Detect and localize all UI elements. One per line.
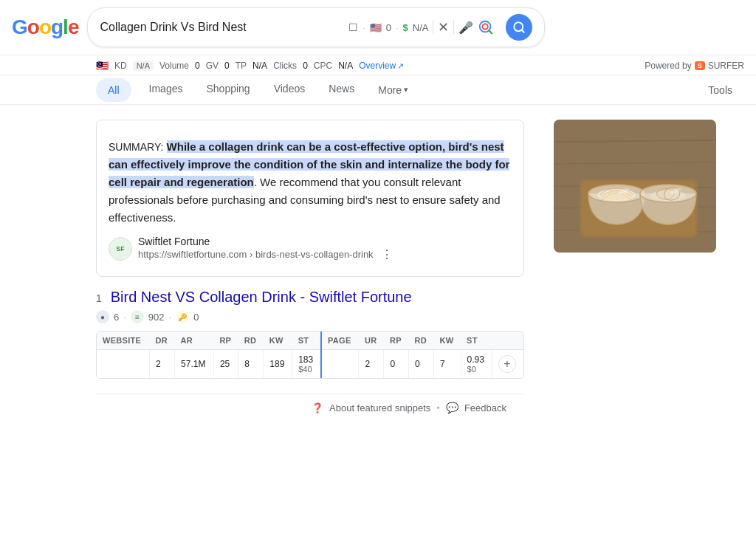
- source-logo: SF: [109, 237, 132, 261]
- tab-more[interactable]: More ▾: [366, 77, 420, 103]
- divider: [433, 20, 433, 35]
- country-code: KD: [114, 61, 127, 71]
- svg-point-1: [483, 24, 488, 29]
- tab-news[interactable]: News: [317, 75, 366, 104]
- dot-separator-1: ·: [123, 312, 126, 323]
- col-rd: RD: [238, 332, 264, 350]
- seo-data-table: WEBSITE DR AR RP RD KW ST PAGE UR RP RD …: [96, 331, 524, 379]
- summary-label: SUMMARY:: [109, 141, 163, 153]
- data-table: WEBSITE DR AR RP RD KW ST PAGE UR RP RD …: [97, 332, 523, 378]
- question-icon: ❓: [312, 402, 323, 413]
- divider2: [453, 20, 454, 35]
- footer-separator: •: [436, 402, 440, 413]
- col-page: PAGE: [321, 332, 359, 350]
- dot-separator-2: ·: [169, 312, 172, 323]
- tab-tools[interactable]: Tools: [696, 77, 744, 103]
- cell-ur: 2: [359, 350, 384, 379]
- search-input[interactable]: Collagen Drink Vs Bird Nest: [100, 21, 343, 34]
- cell-page: [321, 350, 359, 379]
- seo-bar: 🇲🇾 KD N/A Volume 0 GV 0 TP N/A Clicks 0 …: [0, 55, 756, 75]
- cpc-label: CPC: [314, 61, 332, 71]
- clicks-label: Clicks: [273, 61, 297, 71]
- source-url: https://swiftletfortune.com › birds-nest…: [138, 249, 374, 260]
- snippet-text: SUMMARY: While a collagen drink can be a…: [109, 138, 512, 227]
- featured-snippet: SUMMARY: While a collagen drink can be a…: [96, 120, 524, 277]
- chevron-down-icon: ▾: [404, 85, 408, 95]
- col-rp2: RP: [384, 332, 408, 350]
- cell-rd: 8: [238, 350, 264, 379]
- tab-all[interactable]: All: [96, 78, 131, 102]
- about-snippets-link[interactable]: About featured snippets: [329, 402, 430, 413]
- add-button[interactable]: +: [498, 355, 516, 373]
- st-sub-val: $40: [298, 365, 315, 374]
- col-website: WEBSITE: [97, 332, 150, 350]
- st2-sub-val: $0: [467, 365, 486, 374]
- metric-val-1: 6: [114, 312, 119, 323]
- counter-val: 0: [386, 22, 391, 33]
- three-dot-menu[interactable]: ⋮: [381, 247, 393, 261]
- tab-shopping[interactable]: Shopping: [194, 75, 261, 104]
- col-kw: KW: [264, 332, 292, 350]
- nav-tabs: All Images Shopping Videos News More ▾ T…: [0, 75, 756, 105]
- surfer-logo: S: [695, 61, 705, 70]
- metrics-row: ● 6 · ≡ 902 · 🔑 0: [96, 310, 524, 323]
- overview-link[interactable]: Overview ↗: [359, 61, 404, 71]
- right-column: [554, 120, 724, 421]
- metric-val-2: 902: [148, 312, 165, 323]
- google-logo: Google: [12, 16, 78, 39]
- feedback-link[interactable]: Feedback: [464, 402, 506, 413]
- metric-icon-3: 🔑: [176, 310, 189, 323]
- cell-st2: 0.93 $0: [461, 350, 492, 379]
- search-bar[interactable]: Collagen Drink Vs Bird Nest ☐ · 🇺🇸 0 · $…: [87, 7, 545, 47]
- col-kw2: KW: [433, 332, 461, 350]
- microphone-icon[interactable]: 🎤: [458, 21, 473, 35]
- col-ur: UR: [359, 332, 384, 350]
- kd-badge: N/A: [133, 61, 154, 71]
- tp-val: N/A: [252, 61, 267, 71]
- tab-images[interactable]: Images: [137, 75, 195, 104]
- source-info: SF Swiftlet Fortune https://swiftletfort…: [109, 236, 512, 261]
- col-add: [492, 332, 523, 350]
- col-rd2: RD: [408, 332, 433, 350]
- metric-icon-2: ≡: [131, 310, 144, 323]
- source-details: Swiftlet Fortune https://swiftletfortune…: [138, 236, 393, 261]
- source-name: Swiftlet Fortune: [138, 236, 393, 247]
- result-number: 1: [96, 292, 102, 304]
- feedback-icon: 💬: [446, 402, 458, 413]
- cell-dr: 2: [150, 350, 175, 379]
- flag-icon: 🇺🇸: [370, 22, 382, 33]
- tp-label: TP: [236, 61, 247, 71]
- cell-add[interactable]: +: [492, 350, 523, 379]
- gv-label: GV: [206, 61, 219, 71]
- cell-rp2: 0: [384, 350, 408, 379]
- snippet-image: [554, 120, 716, 253]
- cell-website: [97, 350, 150, 379]
- cell-kw: 189: [264, 350, 292, 379]
- search-bar-icons: ☐ · 🇺🇸 0 · $ N/A ✕ 🎤: [348, 19, 494, 35]
- dollar-icon: $: [403, 22, 408, 33]
- checkbox-icon: ☐: [348, 21, 358, 33]
- result-item: 1 Bird Nest VS Collagen Drink - Swiftlet…: [96, 289, 524, 306]
- svg-point-16: [600, 191, 633, 200]
- col-rp: RP: [213, 332, 238, 350]
- metric-icon-1: ●: [96, 310, 109, 323]
- svg-line-4: [522, 30, 524, 32]
- result-title-link[interactable]: Bird Nest VS Collagen Drink - Swiftlet F…: [111, 289, 412, 305]
- main-content: SUMMARY: While a collagen drink can be a…: [0, 105, 724, 436]
- surfer-badge: Powered by S SURFER: [645, 61, 744, 71]
- dot-sep: ·: [362, 22, 365, 33]
- clear-icon[interactable]: ✕: [438, 19, 449, 35]
- table-row: 2 57.1M 25 8 189 183 $40 2 0 0 7: [97, 350, 523, 379]
- col-st2: ST: [461, 332, 492, 350]
- dot-sep2: ·: [396, 22, 399, 33]
- search-button[interactable]: [506, 14, 532, 41]
- svg-line-2: [489, 31, 492, 34]
- price-val: N/A: [413, 22, 429, 33]
- col-dr: DR: [150, 332, 175, 350]
- col-st: ST: [292, 332, 321, 350]
- metric-val-3: 0: [193, 312, 199, 323]
- cell-ar: 57.1M: [175, 350, 214, 379]
- tab-videos[interactable]: Videos: [262, 75, 317, 104]
- lens-icon[interactable]: [478, 19, 494, 35]
- col-ar: AR: [175, 332, 214, 350]
